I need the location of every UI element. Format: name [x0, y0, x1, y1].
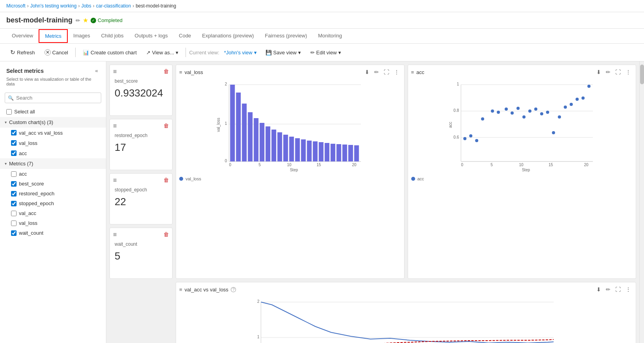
breadcrumb-workspace[interactable]: John's testing working: [30, 3, 77, 9]
chart-download-btn-acc[interactable]: ⬇: [595, 68, 603, 76]
metric-checkbox-stopped-epoch[interactable]: [11, 201, 17, 206]
tab-monitoring[interactable]: Monitoring: [313, 29, 348, 43]
metric-label-restored-epoch[interactable]: restored_epoch: [19, 191, 100, 197]
metric-checkbox-val-loss-m[interactable]: [11, 221, 17, 226]
chart-expand-btn-val-loss[interactable]: ⛶: [382, 68, 391, 76]
breadcrumb-microsoft[interactable]: Microsoft: [6, 3, 26, 9]
breadcrumb-jobs[interactable]: Jobs: [81, 3, 91, 9]
custom-chart-item-acc[interactable]: acc ⋯: [0, 148, 106, 158]
refresh-button[interactable]: ↻ Refresh: [6, 47, 39, 58]
chart-download-btn-val-loss[interactable]: ⬇: [363, 68, 371, 76]
metric-checkbox-wait-count[interactable]: [11, 230, 17, 236]
custom-charts-section-label: Custom chart(s) (3): [9, 119, 53, 125]
search-input[interactable]: [5, 93, 101, 103]
metric-checkbox-acc[interactable]: [11, 171, 17, 177]
metric-label-val-acc[interactable]: val_acc: [19, 210, 100, 216]
card-menu-icon-wait-count[interactable]: ≡: [113, 231, 117, 238]
metric-label-acc[interactable]: acc: [19, 171, 100, 177]
metric-item-wait-count[interactable]: wait_count: [0, 228, 106, 238]
chart-header-acc: ≡ acc ⬇ ✏ ⛶ ⋮: [411, 68, 633, 76]
chart-help-icon[interactable]: ?: [231, 287, 236, 292]
scrollbar-track[interactable]: [639, 61, 644, 343]
tab-code[interactable]: Code: [173, 29, 197, 43]
metric-checkbox-restored-epoch[interactable]: [11, 191, 17, 197]
custom-chart-label-val-loss[interactable]: val_loss: [19, 140, 92, 146]
chart-edit-btn-acc[interactable]: ✏: [604, 68, 612, 76]
chart-area-val-acc-vs-val-loss: 2 1 0 0: [179, 295, 633, 343]
card-delete-icon-stopped-epoch[interactable]: 🗑: [163, 177, 169, 183]
select-all-checkbox[interactable]: [6, 109, 12, 115]
card-delete-icon-best-score[interactable]: 🗑: [163, 68, 169, 74]
svg-point-63: [564, 106, 567, 109]
select-all-label[interactable]: Select all: [14, 109, 35, 115]
custom-chart-item-val-loss[interactable]: val_loss ⋯: [0, 138, 106, 148]
card-menu-icon-best-score[interactable]: ≡: [113, 68, 117, 75]
custom-chart-checkbox-val-acc-vs-val-loss[interactable]: [11, 130, 17, 135]
card-delete-icon-wait-count[interactable]: 🗑: [163, 231, 169, 237]
chart-edit-btn-val-loss[interactable]: ✏: [373, 68, 380, 76]
star-icon[interactable]: ★: [83, 17, 88, 24]
chart-expand-btn-val-acc-vs-val-loss[interactable]: ⛶: [614, 286, 622, 293]
chart-edit-btn-val-acc-vs-val-loss[interactable]: ✏: [604, 286, 612, 293]
edit-view-button[interactable]: ✏ Edit view ▾: [306, 48, 345, 57]
svg-text:1: 1: [457, 82, 459, 86]
tab-images[interactable]: Images: [68, 29, 96, 43]
metric-item-val-loss-m[interactable]: val_loss: [0, 218, 106, 228]
chart-menu-icon-val-acc-vs-val-loss[interactable]: ≡: [179, 287, 182, 293]
chart-more-btn-acc[interactable]: ⋮: [624, 68, 633, 76]
card-menu-icon-restored-epoch[interactable]: ≡: [113, 122, 117, 130]
metric-checkbox-best-score[interactable]: [11, 181, 17, 187]
breadcrumb-car-classification[interactable]: car-classification: [96, 3, 131, 9]
sidebar-collapse-button[interactable]: «: [94, 66, 100, 75]
metrics-section-header[interactable]: ▾ Metrics (7): [0, 158, 106, 169]
tab-child-jobs[interactable]: Child jobs: [96, 29, 129, 43]
svg-rect-24: [319, 142, 323, 161]
metric-label-best-score[interactable]: best_score: [19, 181, 100, 187]
view-as-button[interactable]: ↗ View as... ▾: [142, 48, 182, 57]
card-delete-icon-restored-epoch[interactable]: 🗑: [163, 122, 169, 129]
metric-item-acc[interactable]: acc: [0, 169, 106, 179]
view-as-icon: ↗: [146, 50, 150, 56]
cancel-button[interactable]: ✕ Cancel: [41, 47, 72, 57]
svg-point-55: [516, 107, 520, 110]
svg-text:2: 2: [257, 299, 260, 304]
metric-item-stopped-epoch[interactable]: stopped_epoch: [0, 198, 106, 208]
custom-chart-item-val-acc-vs-val-loss[interactable]: val_acc vs val_loss ⋯: [0, 128, 106, 138]
edit-view-chevron: ▾: [338, 50, 341, 56]
select-all-container[interactable]: Select all: [0, 106, 106, 117]
svg-point-52: [497, 111, 500, 114]
chart-menu-icon-val-loss[interactable]: ≡: [179, 69, 182, 75]
chart-more-btn-val-loss[interactable]: ⋮: [392, 68, 401, 76]
custom-chart-checkbox-val-loss[interactable]: [11, 140, 17, 146]
metric-item-best-score[interactable]: best_score: [0, 179, 106, 189]
card-menu-icon-stopped-epoch[interactable]: ≡: [113, 177, 117, 184]
metric-item-val-acc[interactable]: val_acc: [0, 208, 106, 218]
metric-item-restored-epoch[interactable]: restored_epoch: [0, 189, 106, 198]
chart-more-btn-val-acc-vs-val-loss[interactable]: ⋮: [624, 286, 633, 293]
tab-metrics[interactable]: Metrics: [39, 29, 68, 43]
metric-label-stopped-epoch[interactable]: stopped_epoch: [19, 200, 100, 206]
custom-chart-checkbox-acc[interactable]: [11, 150, 17, 156]
tab-fairness[interactable]: Fairness (preview): [260, 29, 313, 43]
chart-expand-btn-acc[interactable]: ⛶: [614, 68, 622, 76]
tab-explanations[interactable]: Explanations (preview): [197, 29, 260, 43]
chart-menu-icon-acc[interactable]: ≡: [411, 69, 414, 75]
tab-outputs-logs[interactable]: Outputs + logs: [129, 29, 173, 43]
metric-label-val-loss-m[interactable]: val_loss: [19, 220, 100, 226]
tab-overview[interactable]: Overview: [6, 29, 39, 43]
toolbar-separator-2: [186, 48, 186, 57]
edit-icon[interactable]: ✏: [76, 17, 80, 24]
view-name-dropdown[interactable]: *John's view ▾: [221, 48, 260, 57]
custom-chart-label-acc[interactable]: acc: [19, 150, 92, 156]
svg-rect-16: [271, 130, 276, 161]
bottom-row: ≡ val_acc vs val_loss ? ⬇ ✏ ⛶ ⋮ 2: [109, 282, 636, 343]
top-row: ≡ 🗑 best_score 0.9332024 ≡ 🗑 restored_ep…: [109, 65, 636, 279]
metric-checkbox-val-acc[interactable]: [11, 211, 17, 216]
custom-charts-section-header[interactable]: ▾ Custom chart(s) (3): [0, 117, 106, 128]
scrollbar-thumb[interactable]: [640, 65, 644, 84]
chart-download-btn-val-acc-vs-val-loss[interactable]: ⬇: [595, 286, 603, 293]
save-view-button[interactable]: 💾 Save view ▾: [262, 48, 305, 57]
custom-chart-label-val-acc-vs-val-loss[interactable]: val_acc vs val_loss: [19, 130, 92, 136]
create-chart-button[interactable]: 📊 Create custom chart: [79, 48, 141, 57]
metric-label-wait-count[interactable]: wait_count: [19, 230, 100, 236]
